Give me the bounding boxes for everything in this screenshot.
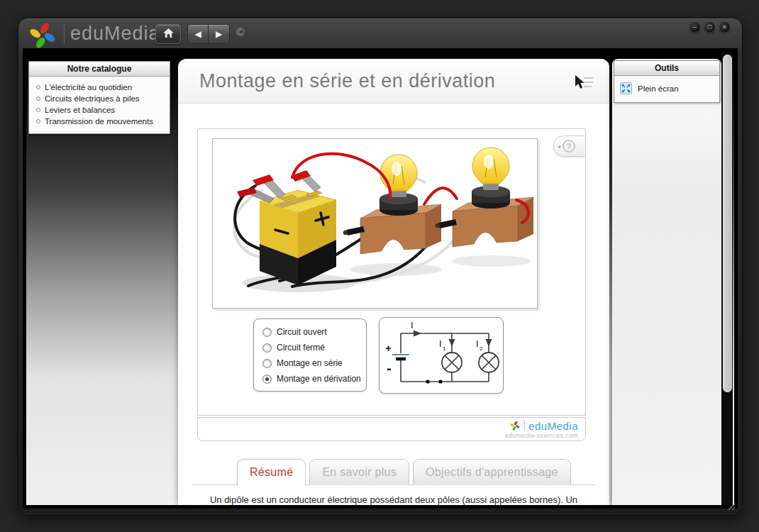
home-button[interactable] [155,24,181,44]
radio-option-circuit-ferme[interactable]: Circuit fermé [262,340,366,355]
main-panel: Montage en série et en dérivation [178,59,609,505]
radio-label: Circuit fermé [277,343,325,353]
edumedia-pinwheel-logo-icon [27,19,58,50]
footer-brand-name[interactable]: eduMedia [528,420,578,432]
forward-button[interactable]: ▶ [209,24,230,44]
radio-icon[interactable] [262,343,272,353]
fullscreen-label: Plein écran [638,84,679,93]
brand-divider [64,24,65,44]
catalog-item-transmission[interactable]: Transmission de mouvements [35,116,164,127]
minimize-button[interactable]: – [689,21,701,33]
catalog-item-electricite[interactable]: L'électricité au quotidien [35,82,164,93]
catalog-panel: Notre catalogue L'électricité au quotidi… [28,61,170,134]
vertical-scrollbar[interactable] [721,52,733,505]
radio-option-montage-derivation[interactable]: Montage en dérivation [262,371,366,387]
catalog-item-leviers[interactable]: Leviers et balances [35,104,164,116]
diagram-branch1-sub: 1 [443,345,446,352]
circuit-photo-illustration[interactable] [212,138,538,309]
window-controls: – □ × [689,21,731,33]
tab-objectifs[interactable]: Objectifs d'apprentissage [413,459,571,485]
diagram-branch1-label: I [439,338,442,349]
history-nav: ◀ ▶ [187,24,230,44]
radio-label: Montage en série [277,358,343,368]
diagram-branch2-label: I [476,338,479,349]
cursor-menu-icon [572,74,594,94]
catalog-item-circuits[interactable]: Circuits électriques à piles [35,93,164,104]
diagram-minus-label: - [387,360,392,376]
radio-label: Montage en dérivation [277,374,361,384]
tools-column: Outils [612,59,721,505]
scrollbar-thumb[interactable] [723,55,732,392]
radio-option-montage-serie[interactable]: Montage en série [262,355,366,371]
resize-grip-icon[interactable] [726,501,736,511]
back-icon: ◀ [194,29,201,39]
branding-strip: eduMedia edumedia-sciences.com [197,417,586,441]
circuit-schematic-diagram: I I 1 I 2 + - [379,317,504,394]
help-icon: ? [563,140,575,153]
tab-en-savoir-plus[interactable]: En savoir plus [309,459,409,485]
catalog-list: L'électricité au quotidien Circuits élec… [29,77,170,133]
forward-icon: ▶ [216,29,222,39]
edumedia-small-logo-icon [509,420,521,431]
radio-icon[interactable] [262,359,272,368]
fullscreen-icon [620,82,632,94]
diagram-current-label: I [411,320,414,331]
page-header: Montage en série et en dérivation [178,59,609,104]
footer-brand-divider [524,421,525,431]
catalog-header: Notre catalogue [29,62,170,77]
title-bar[interactable]: eduMedia ◀ ▶ © – □ × [18,18,742,49]
footer-brand-site[interactable]: edumedia-sciences.com [505,432,578,439]
radio-option-circuit-ouvert[interactable]: Circuit ouvert [262,324,366,340]
diagram-plus-label: + [385,342,392,354]
tools-panel: Outils [614,60,720,103]
brand-wordmark: eduMedia [70,23,160,45]
summary-paragraph: Un dipôle est un conducteur électrique p… [178,494,609,505]
copyright-symbol: © [236,26,245,39]
circuit-mode-options: Circuit ouvert Circuit fermé Montage en … [253,318,367,392]
content-area: Notre catalogue L'électricité au quotidi… [23,48,738,509]
close-button[interactable]: × [719,21,731,33]
home-icon [163,28,174,40]
maximize-button[interactable]: □ [704,21,716,33]
help-collapse-arrow-icon: ◂ [558,143,560,150]
tab-resume[interactable]: Résumé [237,459,306,486]
page-title: Montage en série et en dérivation [199,59,495,103]
tools-header: Outils [614,61,719,76]
simulation-panel: ◂ ? Circuit ouvert Circuit fermé [197,128,586,416]
radio-label: Circuit ouvert [277,327,327,337]
app-window: eduMedia ◀ ▶ © – □ × Notre catalogue L'é… [18,18,743,516]
radio-icon[interactable] [262,328,272,337]
info-tabs: Résumé En savoir plus Objectifs d'appren… [192,459,595,485]
diagram-branch2-sub: 2 [480,345,483,352]
radio-selected-icon[interactable] [262,375,272,384]
fullscreen-button[interactable]: Plein écran [614,76,719,102]
back-button[interactable]: ◀ [187,24,209,44]
help-button[interactable]: ◂ ? [553,135,585,157]
